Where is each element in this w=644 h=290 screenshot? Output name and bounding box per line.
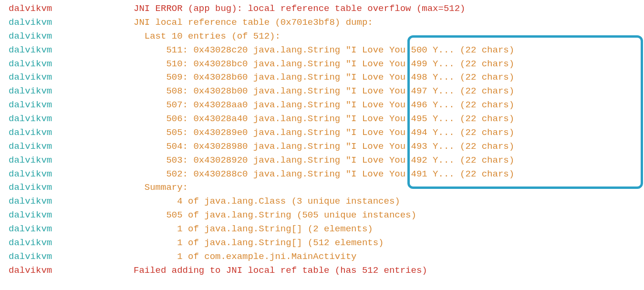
log-message: Failed adding to JNI local ref table (ha… [134, 264, 635, 278]
log-line: dalvikvm 504: 0x43028980 java.lang.Strin… [9, 140, 635, 154]
log-message: JNI ERROR (app bug): local reference tab… [134, 2, 635, 16]
log-line: dalvikvm 510: 0x43028bc0 java.lang.Strin… [9, 57, 635, 71]
log-tag: dalvikvm [9, 208, 134, 222]
log-message: 4 of java.lang.Class (3 unique instances… [134, 195, 635, 208]
log-line: dalvikvm 505: 0x430289e0 java.lang.Strin… [9, 126, 635, 140]
log-line: dalvikvm 1 of com.example.jni.MainActivi… [9, 250, 635, 264]
log-message: 506: 0x43028a40 java.lang.String "I Love… [134, 112, 635, 126]
log-output: dalvikvmJNI ERROR (app bug): local refer… [9, 2, 635, 278]
log-tag: dalvikvm [9, 222, 134, 236]
log-tag: dalvikvm [9, 264, 134, 278]
log-line: dalvikvm 511: 0x43028c20 java.lang.Strin… [9, 43, 635, 57]
log-line: dalvikvm 1 of java.lang.String[] (2 elem… [9, 222, 635, 236]
log-line: dalvikvm Last 10 entries (of 512): [9, 30, 635, 43]
log-tag: dalvikvm [9, 140, 134, 154]
log-tag: dalvikvm [9, 71, 134, 84]
log-line: dalvikvmJNI ERROR (app bug): local refer… [9, 2, 635, 16]
log-tag: dalvikvm [9, 112, 134, 126]
log-tag: dalvikvm [9, 250, 134, 264]
log-tag: dalvikvm [9, 98, 134, 112]
log-message: 503: 0x43028920 java.lang.String "I Love… [134, 154, 635, 167]
log-line: dalvikvm 509: 0x43028b60 java.lang.Strin… [9, 71, 635, 84]
log-tag: dalvikvm [9, 84, 134, 98]
log-tag: dalvikvm [9, 2, 134, 16]
log-message: Last 10 entries (of 512): [134, 30, 635, 43]
log-message: 1 of com.example.jni.MainActivity [134, 250, 635, 264]
log-message: 505: 0x430289e0 java.lang.String "I Love… [134, 126, 635, 140]
log-tag: dalvikvm [9, 57, 134, 71]
log-tag: dalvikvm [9, 126, 134, 140]
log-message: 509: 0x43028b60 java.lang.String "I Love… [134, 71, 635, 84]
log-tag: dalvikvm [9, 195, 134, 208]
log-tag: dalvikvm [9, 167, 134, 181]
log-line: dalvikvmJNI local reference table (0x701… [9, 16, 635, 30]
log-tag: dalvikvm [9, 181, 134, 195]
log-tag: dalvikvm [9, 236, 134, 250]
log-tag: dalvikvm [9, 30, 134, 43]
log-line: dalvikvm 505 of java.lang.String (505 un… [9, 208, 635, 222]
log-message: 505 of java.lang.String (505 unique inst… [134, 208, 635, 222]
log-tag: dalvikvm [9, 154, 134, 167]
log-line: dalvikvm 4 of java.lang.Class (3 unique … [9, 195, 635, 208]
log-message: 508: 0x43028b00 java.lang.String "I Love… [134, 84, 635, 98]
log-line: dalvikvm 503: 0x43028920 java.lang.Strin… [9, 154, 635, 167]
log-line: dalvikvm Summary: [9, 181, 635, 195]
log-line: dalvikvm 507: 0x43028aa0 java.lang.Strin… [9, 98, 635, 112]
log-message: 504: 0x43028980 java.lang.String "I Love… [134, 140, 635, 154]
log-line: dalvikvm 506: 0x43028a40 java.lang.Strin… [9, 112, 635, 126]
log-message: 507: 0x43028aa0 java.lang.String "I Love… [134, 98, 635, 112]
log-line: dalvikvm 508: 0x43028b00 java.lang.Strin… [9, 84, 635, 98]
log-tag: dalvikvm [9, 43, 134, 57]
log-message: 502: 0x430288c0 java.lang.String "I Love… [134, 167, 635, 181]
log-line: dalvikvm 502: 0x430288c0 java.lang.Strin… [9, 167, 635, 181]
log-message: 1 of java.lang.String[] (512 elements) [134, 236, 635, 250]
log-message: 511: 0x43028c20 java.lang.String "I Love… [134, 43, 635, 57]
log-message: 510: 0x43028bc0 java.lang.String "I Love… [134, 57, 635, 71]
log-message: Summary: [134, 181, 635, 195]
log-message: 1 of java.lang.String[] (2 elements) [134, 222, 635, 236]
log-line: dalvikvmFailed adding to JNI local ref t… [9, 264, 635, 278]
log-message: JNI local reference table (0x701e3bf8) d… [134, 16, 635, 30]
log-tag: dalvikvm [9, 16, 134, 30]
log-line: dalvikvm 1 of java.lang.String[] (512 el… [9, 236, 635, 250]
